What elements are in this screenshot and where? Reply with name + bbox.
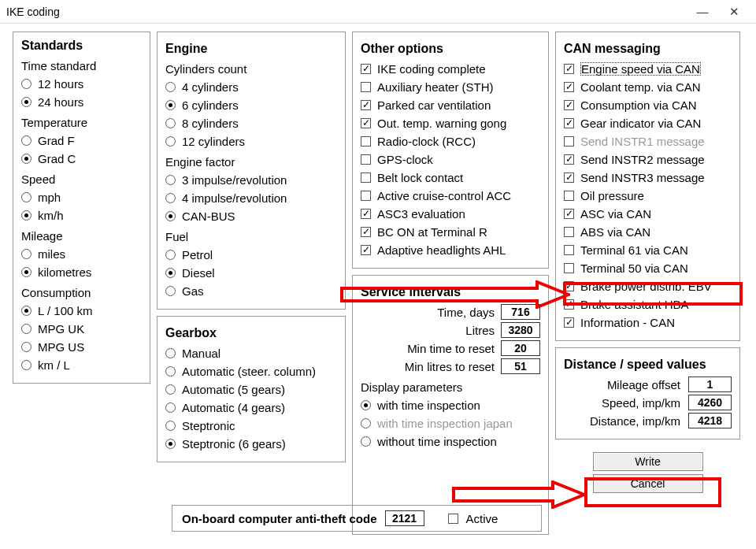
gearbox-option[interactable]: Steptronic (165, 417, 337, 433)
display-param-option[interactable]: with time inspection (361, 397, 540, 413)
radio-icon (165, 211, 176, 221)
gearbox-option[interactable]: Automatic (steer. column) (165, 363, 337, 379)
mileage-unit-option[interactable]: kilometres (21, 264, 142, 280)
time-standard-option[interactable]: 24 hours (21, 94, 142, 109)
can-option[interactable]: Coolant temp. via CAN (564, 79, 732, 95)
titlebar: IKE coding — ✕ (0, 0, 756, 24)
time-standard-option[interactable]: 12 hours (21, 76, 142, 91)
radio-icon (21, 192, 32, 202)
temperature-option[interactable]: Grad C (21, 150, 142, 166)
service-value[interactable]: 716 (501, 304, 540, 320)
engine-factor-option[interactable]: CAN-BUS (165, 208, 337, 224)
can-option[interactable]: ASC via CAN (564, 206, 732, 221)
other-options-group: Other options IKE coding completeAuxilia… (352, 32, 549, 269)
close-button[interactable]: ✕ (718, 5, 750, 19)
service-value[interactable]: 20 (501, 340, 540, 356)
gearbox-title: Gearbox (165, 326, 337, 340)
can-option[interactable]: Send INSTR3 message (564, 169, 732, 185)
can-option[interactable]: Consumption via CAN (564, 97, 732, 113)
other-option[interactable]: Active cruise-control ACC (361, 187, 540, 203)
cylinders-option[interactable]: 8 cylinders (165, 115, 337, 131)
radio-icon (165, 384, 176, 395)
fuel-option[interactable]: Gas (165, 283, 337, 299)
fuel-option[interactable]: Diesel (165, 265, 337, 280)
can-option[interactable]: Oil pressure (564, 187, 732, 203)
fuel-option[interactable]: Petrol (165, 247, 337, 262)
consumption-unit-option[interactable]: MPG UK (21, 321, 142, 336)
radio-icon (21, 360, 32, 370)
checkbox-icon (564, 191, 574, 201)
other-option[interactable]: Parked car ventilation (361, 97, 540, 113)
distance-value[interactable]: 4218 (688, 413, 732, 428)
can-option[interactable]: ABS via CAN (564, 224, 732, 239)
engine-factor-option[interactable]: 4 impulse/revolution (165, 190, 337, 206)
cylinders-option[interactable]: 4 cylinders (165, 79, 337, 95)
other-option[interactable]: Adaptive headlights AHL (361, 242, 540, 258)
gearbox-option[interactable]: Manual (165, 345, 337, 361)
option-label: 6 cylinders (182, 98, 239, 112)
cylinders-option[interactable]: 6 cylinders (165, 97, 337, 113)
can-option[interactable]: Terminal 61 via CAN (564, 242, 732, 258)
service-value[interactable]: 51 (501, 358, 540, 374)
option-label: Automatic (5 gears) (182, 383, 285, 396)
service-row: Time, days716 (361, 304, 540, 320)
distance-value[interactable]: 4260 (688, 395, 732, 410)
other-option[interactable]: Belt lock contact (361, 169, 540, 185)
temperature-option[interactable]: Grad F (21, 132, 142, 148)
option-label: mph (38, 191, 61, 204)
other-option[interactable]: IKE coding complete (361, 61, 540, 76)
display-param-option[interactable]: without time inspection (361, 433, 540, 449)
radio-icon (165, 348, 176, 358)
speed-unit-option[interactable]: mph (21, 189, 142, 205)
checkbox-icon (564, 118, 574, 128)
consumption-unit-option[interactable]: km / L (21, 357, 142, 373)
other-option[interactable]: Out. temp. warning gong (361, 115, 540, 131)
write-button[interactable]: Write (593, 452, 703, 471)
mileage-unit-option[interactable]: miles (21, 246, 142, 262)
can-option[interactable]: Send INSTR2 message (564, 151, 732, 167)
other-option[interactable]: BC ON at Terminal R (361, 224, 540, 239)
cancel-button[interactable]: Cancel (593, 474, 703, 493)
checkbox-icon (564, 82, 574, 92)
consumption-unit-option[interactable]: MPG US (21, 339, 142, 354)
speed-unit-option[interactable]: km/h (21, 207, 142, 223)
can-option[interactable]: Gear indicator via CAN (564, 115, 732, 131)
gearbox-option[interactable]: Automatic (5 gears) (165, 381, 337, 397)
option-label: CAN-BUS (182, 210, 235, 223)
option-label: Diesel (182, 266, 215, 280)
can-option[interactable]: Brake power distrib. EBV (564, 278, 732, 294)
option-label: Adaptive headlights AHL (377, 243, 506, 257)
can-option[interactable]: Brake assistant HBA (564, 296, 732, 312)
anti-theft-code[interactable]: 2121 (385, 510, 424, 526)
cylinders-option[interactable]: 12 cylinders (165, 133, 337, 149)
other-option[interactable]: Radio-clock (RCC) (361, 133, 540, 149)
option-label: Steptronic (182, 419, 235, 432)
distance-row: Speed, imp/km4260 (564, 395, 732, 410)
distance-value[interactable]: 1 (688, 377, 732, 392)
speed-label: Speed (21, 172, 142, 186)
can-option[interactable]: Information - CAN (564, 314, 732, 330)
gearbox-option[interactable]: Steptronic (6 gears) (165, 436, 337, 451)
other-options-title: Other options (361, 42, 540, 56)
engine-factor-label: Engine factor (165, 155, 337, 169)
checkbox-icon (361, 227, 371, 237)
other-option[interactable]: ASC3 evaluation (361, 206, 540, 221)
service-value[interactable]: 3280 (501, 322, 540, 338)
option-label: Manual (182, 347, 220, 360)
gearbox-option[interactable]: Automatic (4 gears) (165, 399, 337, 415)
gearbox-group: Gearbox ManualAutomatic (steer. column)A… (157, 316, 346, 462)
can-option[interactable]: Terminal 50 via CAN (564, 260, 732, 276)
checkbox-icon (564, 172, 574, 183)
engine-factor-option[interactable]: 3 impulse/revolution (165, 172, 337, 187)
other-option[interactable]: GPS-clock (361, 151, 540, 167)
option-label: Oil pressure (580, 189, 644, 202)
option-label: Steptronic (6 gears) (182, 437, 286, 451)
checkbox-icon (564, 299, 574, 310)
consumption-unit-option[interactable]: L / 100 km (21, 302, 142, 318)
other-option[interactable]: Auxiliary heater (STH) (361, 79, 540, 95)
checkbox-icon (564, 209, 574, 219)
minimize-button[interactable]: — (687, 5, 718, 18)
can-option[interactable]: Engine speed via CAN (564, 61, 732, 76)
anti-theft-active-checkbox[interactable] (448, 514, 458, 524)
checkbox-icon (361, 245, 371, 255)
